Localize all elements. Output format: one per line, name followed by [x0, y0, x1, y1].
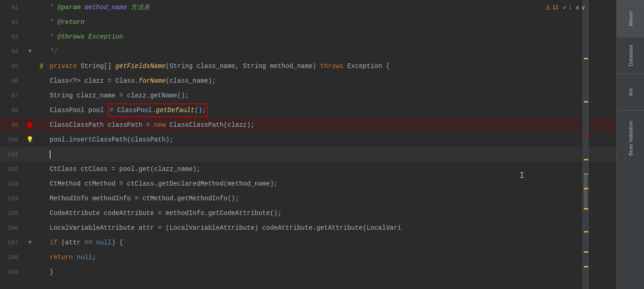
line-number: 101 — [0, 151, 23, 158]
code-content: CodeAttribute codeAttribute = methodInfo… — [46, 206, 616, 221]
code-content: Class<?> clazz = Class.forName(class_nam… — [46, 74, 616, 88]
code-content: * @return — [46, 15, 616, 29]
success-badge: ✔ 1 — [562, 4, 572, 11]
line-number: 98 — [0, 107, 23, 114]
maven-panel-tab[interactable]: Maven — [617, 0, 644, 37]
code-line[interactable]: 105 CodeAttribute codeAttribute = method… — [0, 206, 616, 221]
code-content: pool.insertClassPath(classPath); — [46, 132, 616, 147]
code-content: ClassClassPath classPath = new ClassClas… — [46, 118, 616, 132]
line-number: 94 — [0, 48, 23, 55]
line-number: 105 — [0, 210, 23, 217]
code-line[interactable]: 98 ClassPool pool = ClassPool.getDefault… — [0, 103, 616, 118]
line-number: 100 — [0, 136, 23, 143]
scroll-marker-warning-8 — [584, 266, 588, 267]
right-panels: Maven Database Ant Bean Validation — [616, 0, 644, 289]
code-line[interactable]: 93 * @throws Exception — [0, 29, 616, 44]
scroll-marker-warning-7 — [584, 251, 588, 253]
nav-down-arrow[interactable]: ∨ — [581, 4, 585, 11]
ant-panel-tab[interactable]: Ant — [617, 74, 644, 110]
warning-icon: ⚠ — [546, 4, 551, 11]
scroll-marker-error — [584, 136, 588, 137]
code-content: private String[] getFieldsName(String cl… — [46, 59, 616, 74]
fold-icon[interactable]: ▼ — [28, 48, 31, 55]
check-icon: ✔ — [562, 4, 567, 11]
nav-up-arrow[interactable]: ∧ — [575, 4, 579, 11]
top-bar: ⚠ 11 ✔ 1 ∧ ∨ — [546, 0, 589, 15]
scroll-marker-warning-6 — [584, 231, 588, 232]
code-line[interactable]: 106 LocalVariableAttribute attr = (Local… — [0, 221, 616, 235]
line-number: 108 — [0, 254, 23, 261]
warning-count: 11 — [552, 4, 558, 11]
line-gutter — [23, 122, 37, 128]
lines-container: 91 * @param method_name 方法名92 * @return9… — [0, 0, 616, 279]
editor-container: ⚠ 11 ✔ 1 ∧ ∨ 91 * @param method_name 方法名… — [0, 0, 644, 289]
code-content: * @throws Exception — [46, 29, 616, 44]
scroll-marker-warning-5 — [584, 208, 588, 210]
line-number: 102 — [0, 166, 23, 173]
line-number: 95 — [0, 63, 23, 70]
line-number: 92 — [0, 19, 23, 26]
line-number: 104 — [0, 195, 23, 202]
code-line[interactable]: 107▼ if (attr == null) { — [0, 235, 616, 250]
code-content: MethodInfo methodInfo = ctMethod.getMeth… — [46, 191, 616, 206]
gutter-annotation: @ — [37, 63, 46, 69]
code-content: * @param method_name 方法名 — [46, 0, 616, 15]
code-line[interactable]: 97 String clazz_name = clazz.getName(); — [0, 88, 616, 103]
line-number: 99 — [0, 122, 23, 129]
code-content: } — [46, 265, 616, 279]
breakpoint-icon[interactable] — [27, 122, 33, 128]
code-content: if (attr == null) { — [46, 235, 616, 250]
code-content: ClassPool pool = ClassPool.getDefault(); — [46, 103, 616, 118]
code-content: */ — [46, 44, 616, 59]
line-number: 103 — [0, 181, 23, 187]
code-line[interactable]: 109 } — [0, 265, 616, 279]
bean-validation-panel-tab[interactable]: Bean Validation — [617, 110, 644, 165]
line-gutter: ▼ — [23, 48, 37, 55]
lightbulb-icon[interactable]: 💡 — [26, 136, 34, 143]
warning-badge: ⚠ 11 — [546, 4, 558, 11]
line-number: 107 — [0, 239, 23, 246]
line-number: 96 — [0, 78, 23, 85]
code-line[interactable]: 92 * @return — [0, 15, 616, 29]
code-line[interactable]: 102 CtClass ctClass = pool.get(clazz_nam… — [0, 162, 616, 176]
scrollbar-area[interactable] — [582, 0, 589, 289]
line-number: 109 — [0, 269, 23, 276]
line-gutter: 💡 — [23, 136, 37, 143]
code-line[interactable]: 100💡 pool.insertClassPath(classPath); — [0, 132, 616, 147]
scroll-marker-info — [584, 173, 588, 175]
database-panel-tab[interactable]: Database — [617, 37, 644, 74]
code-content — [46, 147, 616, 162]
success-count: 1 — [569, 4, 572, 11]
fold-icon[interactable]: ▼ — [28, 239, 31, 246]
code-line[interactable]: 94▼ */ — [0, 44, 616, 59]
scrollbar-thumb[interactable] — [584, 173, 587, 210]
line-number: 97 — [0, 92, 23, 99]
code-line[interactable]: 104 MethodInfo methodInfo = ctMethod.get… — [0, 191, 616, 206]
line-number: 106 — [0, 225, 23, 232]
nav-arrows: ∧ ∨ — [575, 4, 585, 11]
code-content: return null; — [46, 250, 616, 265]
scroll-marker-warning-3 — [584, 159, 588, 160]
scroll-marker-warning-4 — [584, 188, 588, 189]
code-content: CtClass ctClass = pool.get(clazz_name); — [46, 162, 616, 176]
code-line[interactable]: 95@ private String[] getFieldsName(Strin… — [0, 59, 616, 74]
code-line[interactable]: 103 CtMethod ctMethod = ctClass.getDecla… — [0, 176, 616, 191]
code-content: LocalVariableAttribute attr = (LocalVari… — [46, 221, 616, 235]
code-line[interactable]: 108 return null; — [0, 250, 616, 265]
code-line[interactable]: 99 ClassClassPath classPath = new ClassC… — [0, 118, 616, 132]
code-line[interactable]: 96 Class<?> clazz = Class.forName(class_… — [0, 74, 616, 88]
code-content: String clazz_name = clazz.getName(); — [46, 88, 616, 103]
code-line[interactable]: 91 * @param method_name 方法名 — [0, 0, 616, 15]
line-gutter: ▼ — [23, 239, 37, 246]
scroll-marker-warning-2 — [584, 101, 588, 102]
code-content: CtMethod ctMethod = ctClass.getDeclaredM… — [46, 176, 616, 191]
line-number: 91 — [0, 4, 23, 11]
line-number: 93 — [0, 34, 23, 40]
code-line[interactable]: 101 — [0, 147, 616, 162]
code-area: ⚠ 11 ✔ 1 ∧ ∨ 91 * @param method_name 方法名… — [0, 0, 616, 289]
scroll-marker-warning-1 — [584, 58, 588, 59]
